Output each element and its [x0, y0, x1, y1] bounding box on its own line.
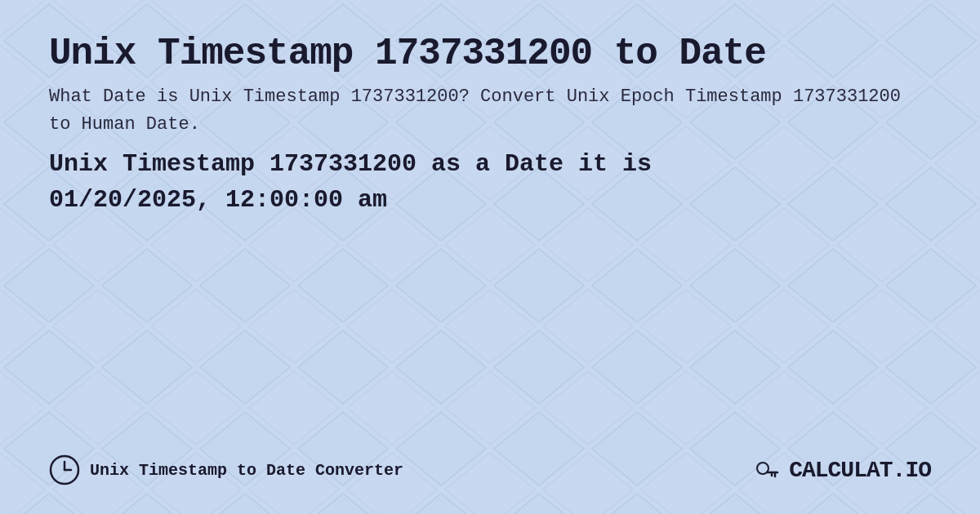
clock-icon: [49, 454, 80, 485]
main-title: Unix Timestamp 1737331200 to Date: [49, 33, 931, 75]
logo-area: CALCULAT.IO: [753, 455, 931, 485]
result-line2: 01/20/2025, 12:00:00 am: [49, 186, 387, 214]
result-line1: Unix Timestamp 1737331200 as a Date it i…: [49, 150, 652, 178]
result-text: Unix Timestamp 1737331200 as a Date it i…: [49, 147, 915, 218]
page-content: Unix Timestamp 1737331200 to Date What D…: [0, 0, 980, 514]
footer-left: Unix Timestamp to Date Converter: [49, 454, 403, 485]
top-section: Unix Timestamp 1737331200 to Date What D…: [49, 33, 931, 139]
footer: Unix Timestamp to Date Converter CALCULA…: [49, 454, 931, 490]
logo-icon: [753, 455, 782, 485]
description-text: What Date is Unix Timestamp 1737331200? …: [49, 83, 915, 139]
logo-text: CALCULAT.IO: [789, 458, 931, 483]
converter-label: Unix Timestamp to Date Converter: [90, 461, 403, 480]
result-section: Unix Timestamp 1737331200 as a Date it i…: [49, 147, 931, 218]
